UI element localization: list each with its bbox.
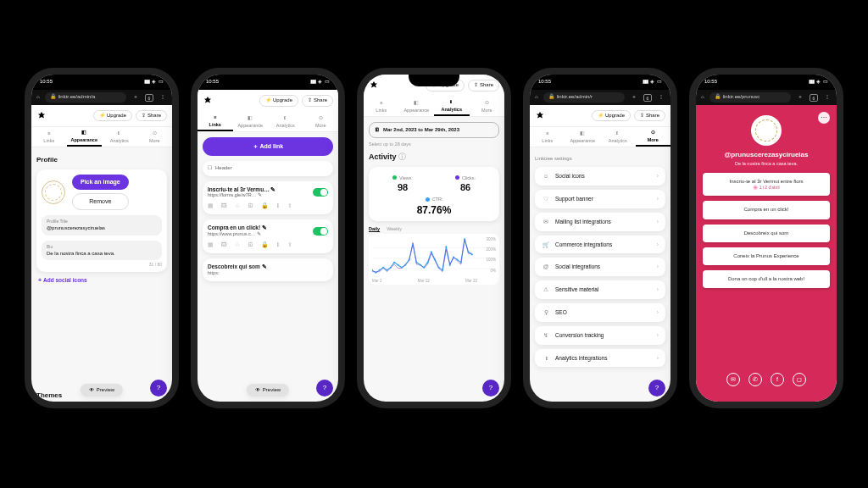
public-link-button[interactable]: Inscriu-te al 3r Vermut entre flors🌸 1 i… xyxy=(703,173,830,196)
profile-title-label: Profile Title xyxy=(47,219,157,224)
email-icon[interactable]: ✉ xyxy=(726,373,740,386)
home-icon[interactable]: ⌂ xyxy=(701,94,704,100)
row-icon: @ xyxy=(542,263,550,270)
settings-row[interactable]: ♡Support banner› xyxy=(535,190,665,208)
bio-value: De la nostra finca a casa teva. xyxy=(47,251,157,257)
svg-point-22 xyxy=(442,269,443,271)
tab-links[interactable]: ≡Links xyxy=(364,97,399,116)
tab-analytics[interactable]: ⫿Analytics xyxy=(102,127,137,147)
share-button[interactable]: ⇪Share xyxy=(634,110,665,121)
remove-image-button[interactable]: Remove xyxy=(72,193,129,210)
weekly-tab[interactable]: Weekly xyxy=(387,226,402,232)
tab-appearance[interactable]: ◧Appearance xyxy=(233,112,269,131)
bio-field[interactable]: Bio De la nostra finca a casa teva. xyxy=(42,241,162,260)
linktree-logo-icon xyxy=(203,96,213,106)
settings-row[interactable]: ✉Mailing list integrations› xyxy=(535,213,665,231)
link-card[interactable]: Compra en un click! ✎ https://www.prunus… xyxy=(203,219,333,253)
preview-button[interactable]: 👁Preview xyxy=(81,384,123,396)
star-icon[interactable]: ☆ xyxy=(235,202,240,209)
profile-title-field[interactable]: Profile Title @prunuscerezasyciruelas xyxy=(42,215,162,235)
settings-row[interactable]: @Social integrations› xyxy=(535,258,665,276)
public-link-button[interactable]: Dona un cop d'ull a la nostra web! xyxy=(703,270,830,288)
stats-icon[interactable]: ⫿ xyxy=(276,202,280,209)
image-icon[interactable]: 🖼 xyxy=(221,202,227,209)
tab-count[interactable]: 6 xyxy=(145,94,153,102)
settings-row[interactable]: ⚲SEO› xyxy=(535,303,665,322)
preview-button[interactable]: 👁Preview xyxy=(247,384,289,396)
settings-row[interactable]: ↯Conversion tracking› xyxy=(535,326,665,345)
public-link-button[interactable]: Descobreix qui som xyxy=(703,225,830,242)
help-fab[interactable]: ? xyxy=(648,380,665,396)
settings-row[interactable]: ⫿Analytics integrations› xyxy=(535,349,665,368)
new-tab-icon[interactable]: ＋ xyxy=(131,94,140,100)
date-range-picker[interactable]: 🗓Mar 2nd, 2023 to Mar 29th, 2023 xyxy=(369,122,499,138)
browser-menu-icon[interactable]: ⋮ xyxy=(159,94,167,100)
add-social-icons-button[interactable]: Add social icons xyxy=(43,277,87,283)
svg-point-26 xyxy=(456,259,458,261)
upgrade-button[interactable]: ⚡Upgrade xyxy=(259,95,298,106)
tab-more[interactable]: ⊙More xyxy=(303,112,339,131)
upgrade-button[interactable]: ⚡Upgrade xyxy=(592,110,631,121)
svg-point-9 xyxy=(393,262,395,263)
svg-point-21 xyxy=(438,267,440,269)
more-icon: ⊙ xyxy=(150,130,159,137)
share-button[interactable]: ⇪Share xyxy=(468,80,499,91)
edit-title-icon[interactable]: ✎ xyxy=(262,225,267,230)
home-icon[interactable]: ⌂ xyxy=(535,94,538,100)
edit-url-icon[interactable]: ✎ xyxy=(257,231,261,236)
browser-url-bar[interactable]: ⌂ 🔒linktr.ee/prunusc ＋ 6 ⋮ xyxy=(696,90,837,105)
link-toggle[interactable] xyxy=(313,227,328,236)
calendar-icon[interactable]: 🗓 xyxy=(248,202,253,209)
public-link-button[interactable]: Coneix la Prunus Experience xyxy=(703,247,830,265)
facebook-icon[interactable]: f xyxy=(771,373,784,386)
browser-url-bar[interactable]: ⌂ 🔒linktr.ee/admin/r ＋ 6 ⋮ xyxy=(530,90,670,105)
edit-url-icon[interactable]: ✎ xyxy=(258,192,262,197)
header-block-button[interactable]: ☐Header xyxy=(203,161,333,175)
instagram-icon[interactable]: ◻ xyxy=(793,373,806,386)
tab-links[interactable]: ≡Links xyxy=(198,112,233,131)
help-fab[interactable]: ? xyxy=(316,380,333,396)
tab-appearance[interactable]: ◧Appearance xyxy=(565,127,601,147)
add-link-button[interactable]: ＋ Add link xyxy=(203,137,333,156)
layout-icon[interactable]: ▦ xyxy=(208,202,214,209)
home-icon[interactable]: ⌂ xyxy=(36,94,40,100)
settings-row[interactable]: ⚠Sensitive material› xyxy=(535,280,665,299)
tab-appearance[interactable]: ◧Appearance xyxy=(399,97,435,116)
upgrade-button[interactable]: ⚡Upgrade xyxy=(93,110,132,121)
avatar[interactable] xyxy=(42,180,65,204)
help-fab[interactable]: ? xyxy=(482,380,499,396)
share-icon[interactable]: ⇪ xyxy=(287,202,292,209)
svg-point-4 xyxy=(375,272,376,274)
settings-row[interactable]: 🛒Commerce integrations› xyxy=(535,236,665,254)
svg-point-13 xyxy=(409,259,410,261)
share-button[interactable]: ⇪Share xyxy=(302,95,333,106)
link-toggle[interactable] xyxy=(313,188,328,197)
url-chip[interactable]: 🔒linktr.ee/admin/a xyxy=(45,92,126,102)
eye-icon: 👁 xyxy=(89,387,94,393)
tab-analytics[interactable]: ⫿Analytics xyxy=(268,112,303,131)
link-card[interactable]: Inscriu-te al 3r Vermu… ✎ https://forms.… xyxy=(203,181,333,215)
settings-row[interactable]: ☺Social icons› xyxy=(535,167,665,186)
tab-links[interactable]: ≡Links xyxy=(530,127,565,147)
chart-range-tabs: Daily Weekly xyxy=(369,226,499,232)
tab-appearance[interactable]: ◧Appearance xyxy=(67,127,103,147)
public-link-button[interactable]: Compra en un click! xyxy=(703,201,830,219)
help-fab[interactable]: ? xyxy=(150,380,167,396)
edit-title-icon[interactable]: ✎ xyxy=(270,186,275,192)
info-icon[interactable]: ⓘ xyxy=(398,152,406,161)
tab-analytics[interactable]: ⫿Analytics xyxy=(434,97,470,116)
profile-menu-button[interactable]: ⋯ xyxy=(818,112,830,124)
tab-links[interactable]: ≡Links xyxy=(31,127,67,147)
share-button[interactable]: ⇪Share xyxy=(136,110,167,121)
daily-tab[interactable]: Daily xyxy=(369,226,380,232)
whatsapp-icon[interactable]: ✆ xyxy=(748,373,762,386)
pick-image-button[interactable]: Pick an image xyxy=(72,175,129,190)
views-dot-icon xyxy=(392,175,397,180)
tab-analytics[interactable]: ⫿Analytics xyxy=(600,127,636,147)
tab-more[interactable]: ⊙More xyxy=(470,97,505,116)
tab-more[interactable]: ⊙More xyxy=(137,127,173,147)
link-card[interactable]: Descobreix qui som ✎ https: xyxy=(203,258,333,280)
tab-more[interactable]: ⊙More xyxy=(636,127,671,147)
browser-url-bar[interactable]: ⌂ 🔒linktr.ee/admin/a ＋ 6 ⋮ xyxy=(31,90,172,105)
lock-icon[interactable]: 🔒 xyxy=(261,202,269,209)
